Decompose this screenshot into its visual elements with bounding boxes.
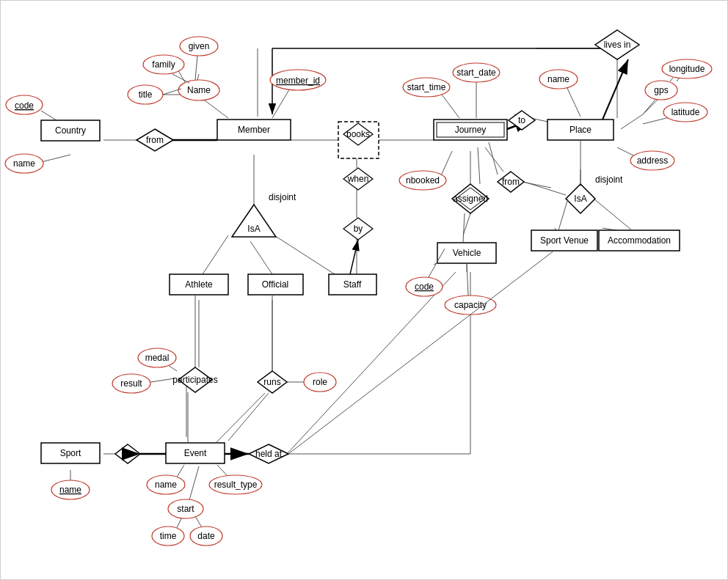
rel-by-label: by: [354, 224, 363, 234]
attr-medal-label: medal: [145, 353, 170, 363]
line-gps-to-long: [670, 78, 673, 81]
line-name-given2: [195, 56, 197, 80]
attr-result-label: result: [120, 378, 142, 389]
attr-country-code-label: code: [15, 100, 34, 111]
line-isa-accomm2: [594, 199, 632, 230]
rel-runs-label: runs: [263, 377, 280, 387]
arrow-place-livesin: [603, 59, 628, 120]
attr-time-label: time: [160, 531, 177, 541]
rel-from-label: from: [146, 135, 164, 145]
attr-memberid-label: member_id: [276, 76, 320, 86]
attr-resulttype-label: result_type: [214, 480, 258, 490]
entity-place-label: Place: [569, 125, 592, 135]
attr-capacity-label: capacity: [454, 300, 487, 310]
isa-member-label: IsA: [247, 224, 260, 234]
attr-date-label: date: [197, 531, 215, 541]
rel-participates-label: participates: [172, 375, 217, 385]
disjoint-place-label: disjoint: [595, 175, 623, 185]
disjoint-member-label: disjoint: [269, 192, 296, 202]
attr-start-label: start: [177, 504, 194, 514]
attr-latitude-label: latitude: [671, 107, 700, 117]
attr-family-label: family: [152, 59, 175, 70]
attr-starttime-label: start_time: [407, 82, 446, 92]
line-isa-official: [250, 241, 272, 274]
rel-to-label: to: [518, 115, 525, 125]
attr-longitude-label: longitude: [669, 64, 705, 74]
line-place-gps: [621, 114, 643, 129]
entity-vehicle-label: Vehicle: [453, 248, 481, 258]
attr-country-name-label: name: [13, 158, 35, 169]
entity-athlete-label: Athlete: [185, 279, 213, 290]
attr-role-label: role: [313, 377, 327, 387]
attr-gps-label: gps: [654, 85, 668, 95]
rel-isa-place-label: IsA: [574, 194, 586, 204]
line-heldat-vehicle-diag: [287, 272, 456, 454]
line-journey-from2: [485, 147, 503, 172]
attr-eventname-label: name: [155, 480, 177, 490]
line-runs-event: [228, 393, 269, 441]
line-isa-athlete: [203, 235, 228, 274]
attr-address-label: address: [637, 155, 669, 166]
attr-startdate-label: start_date: [456, 67, 496, 78]
line-vehicle-assigned: [463, 213, 465, 243]
entity-sport-label: Sport: [60, 448, 81, 458]
attr-title-label: title: [139, 89, 153, 100]
rel-journeyfrom-label: from: [502, 177, 520, 187]
entity-event-label: Event: [184, 448, 207, 458]
line-journeyfrom-isa2: [524, 182, 566, 195]
rel-books-label: books: [346, 129, 370, 139]
attr-sportname-label: name: [59, 485, 81, 495]
line-isa-staff: [269, 232, 335, 274]
diagram-canvas: from books when by to lives in assigned …: [1, 1, 728, 580]
entity-accommodation-label: Accommodation: [608, 235, 671, 246]
attr-nbooked-label: nbooked: [406, 175, 440, 186]
attr-name-label: Name: [187, 85, 211, 95]
entity-country-label: Country: [55, 125, 86, 136]
line-journey-assigned2: [478, 147, 480, 184]
line-country-name: [41, 155, 70, 162]
rel-heldat-label: held at: [255, 449, 283, 459]
line-journey-from-lower: [489, 142, 498, 175]
attr-placename-label: name: [547, 74, 569, 84]
rel-for-label: for: [123, 449, 133, 459]
entity-journey-label: Journey: [455, 125, 487, 135]
attr-vehiclecode-label: code: [415, 282, 434, 292]
rel-livesin-label: lives in: [604, 40, 631, 50]
line-place-name: [566, 85, 580, 117]
line-runs-event2: [216, 393, 265, 443]
rel-assigned-label: assigned: [453, 194, 488, 204]
attr-given-label: given: [189, 41, 210, 51]
entity-sportvenue-label: Sport Venue: [540, 235, 589, 246]
entity-official-label: Official: [262, 279, 288, 290]
entity-member-label: Member: [238, 125, 270, 135]
line-isa-sportvenue2: [558, 199, 568, 230]
line-member-id: [272, 87, 291, 118]
line-veh-cap: [467, 263, 468, 295]
er-diagram: from books when by to lives in assigned …: [0, 0, 728, 580]
rel-when-label: when: [347, 174, 369, 184]
entity-staff-label: Staff: [343, 279, 362, 290]
